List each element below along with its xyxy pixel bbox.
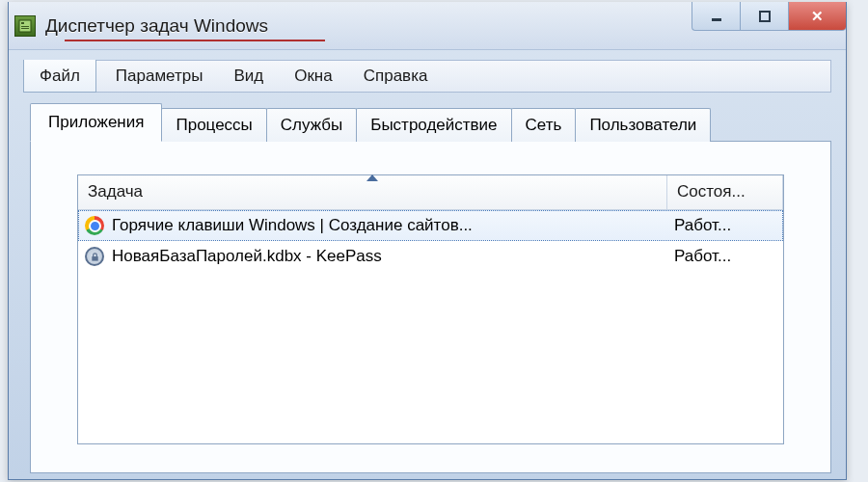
- task-name: Горячие клавиши Windows | Создание сайто…: [112, 216, 473, 235]
- menu-file[interactable]: Файл: [23, 60, 96, 93]
- list-body: Горячие клавиши Windows | Создание сайто…: [78, 210, 783, 443]
- tab-strip: Приложения Процессы Службы Быстродействи…: [30, 102, 831, 141]
- svg-rect-6: [92, 256, 97, 261]
- menu-help[interactable]: Справка: [348, 61, 444, 92]
- list-row[interactable]: НоваяБазаПаролей.kdbx - KeePass Работ...: [78, 241, 783, 272]
- applications-list: Задача Состоя... Горячие клавиши Windows…: [77, 174, 784, 444]
- menu-options[interactable]: Параметры: [100, 61, 219, 92]
- cell-status: Работ...: [666, 216, 782, 235]
- menubar: Файл Параметры Вид Окна Справка: [23, 60, 831, 93]
- svg-rect-4: [712, 18, 721, 21]
- menu-view[interactable]: Вид: [218, 61, 279, 92]
- app-icon: [14, 15, 36, 37]
- column-task-label: Задача: [88, 182, 143, 201]
- list-row[interactable]: Горячие клавиши Windows | Создание сайто…: [78, 210, 783, 241]
- close-button[interactable]: ✕: [788, 2, 846, 31]
- minimize-button[interactable]: [692, 2, 740, 31]
- sort-ascending-icon: [366, 174, 378, 181]
- task-manager-window: Диспетчер задач Windows ✕ Файл Параметры…: [8, 2, 847, 480]
- list-header: Задача Состоя...: [78, 175, 783, 210]
- tab-processes[interactable]: Процессы: [161, 108, 266, 142]
- title-underline: [65, 40, 325, 41]
- tab-networking[interactable]: Сеть: [511, 108, 577, 142]
- chrome-icon: [85, 216, 104, 235]
- tab-performance[interactable]: Быстродействие: [356, 108, 511, 142]
- menu-windows[interactable]: Окна: [279, 61, 348, 92]
- maximize-button[interactable]: [740, 2, 788, 31]
- tab-applications[interactable]: Приложения: [30, 103, 162, 142]
- tab-services[interactable]: Службы: [266, 108, 357, 142]
- titlebar[interactable]: Диспетчер задач Windows ✕: [9, 2, 846, 50]
- cell-status: Работ...: [666, 247, 782, 266]
- cell-task: Горячие клавиши Windows | Создание сайто…: [79, 216, 666, 235]
- tab-users[interactable]: Пользователи: [575, 108, 711, 142]
- column-task[interactable]: Задача: [78, 175, 667, 209]
- window-controls: ✕: [692, 2, 846, 31]
- tab-panel: Задача Состоя... Горячие клавиши Windows…: [30, 141, 831, 473]
- svg-rect-2: [21, 26, 29, 27]
- window-title: Диспетчер задач Windows: [45, 15, 268, 37]
- cell-task: НоваяБазаПаролей.kdbx - KeePass: [79, 247, 666, 266]
- column-status[interactable]: Состоя...: [667, 175, 783, 209]
- svg-rect-1: [21, 22, 24, 24]
- lock-icon: [85, 247, 104, 266]
- svg-rect-5: [760, 12, 770, 21]
- task-name: НоваяБазаПаролей.kdbx - KeePass: [112, 247, 382, 266]
- svg-rect-3: [21, 28, 29, 29]
